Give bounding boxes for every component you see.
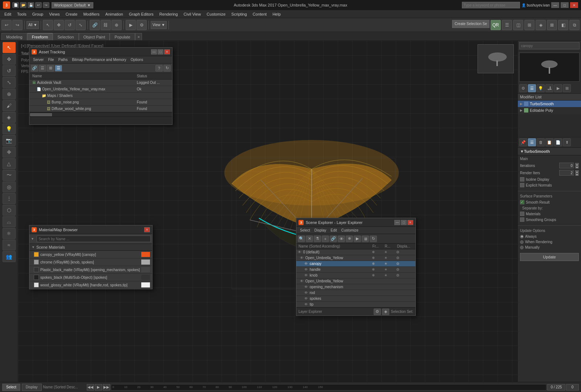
sidebar-geometry-icon[interactable]: △ [3,158,16,169]
asset-menu-bitmap[interactable]: Bitmap Performance and Memory [70,56,129,64]
toolbar-icon-5[interactable]: ⊠ [547,20,557,30]
new-btn[interactable]: 📄 [12,2,19,8]
asset-tracking-title-bar[interactable]: 3 Asset Tracking — □ ✕ [29,48,172,56]
tab-more[interactable]: » [135,33,142,40]
mat-close-btn[interactable]: ✕ [144,227,150,232]
scene-minimize-btn[interactable]: — [394,220,400,225]
sidebar-dynamics-icon[interactable]: ⚛ [3,228,16,239]
scene-render-btn[interactable]: ▶ [354,236,361,242]
mat-section-header[interactable]: ▼ Scene Materials [29,244,152,251]
mat-item-wood[interactable]: wood_glossy_white (VRayMtl) [handle,rod,… [29,281,152,289]
asset-menu-paths[interactable]: Paths [56,56,70,64]
toolbar-icon-7[interactable]: ⧉ [569,20,580,30]
qr-btn[interactable]: QR [491,20,501,30]
scale-btn[interactable]: ⤡ [76,20,86,30]
maximize-btn[interactable]: □ [561,2,569,8]
mod-copy-icon[interactable]: 📋 [545,138,553,146]
mod-paste-icon[interactable]: 📄 [554,138,562,146]
select-btn[interactable]: ↖ [43,20,53,30]
menu-rendering[interactable]: Rendering [157,10,181,18]
table-row[interactable]: 👁 Open_Umbrella_Yellow [296,278,415,284]
table-row[interactable]: 👁 tip [296,302,415,307]
spinner-down[interactable]: ▼ [575,166,579,168]
ts-smooth-result-checkbox[interactable]: ✓ [520,200,524,204]
mod-list-icon[interactable]: ☰ [528,138,536,146]
redo-btn[interactable]: ↪ [43,2,49,8]
toolbar-icon-4[interactable]: ◈ [536,20,546,30]
sidebar-scale-icon[interactable]: ⤡ [3,77,16,88]
sidebar-compound-icon[interactable]: ◎ [3,181,16,192]
scene-refresh-btn[interactable]: ↻ [370,236,377,242]
toolbar-icon-6[interactable]: ◧ [558,20,568,30]
ts-update-button[interactable]: Update [520,253,579,261]
sidebar-material-icon[interactable]: ◈ [3,112,16,123]
sidebar-rotate-icon[interactable]: ↺ [3,65,16,76]
table-row[interactable]: 📄Open_Umbrella_Yellow_max_vray.max Ok [29,86,172,93]
table-row[interactable]: 🖼Bump_noise.png Found [29,99,172,106]
right-search-input[interactable] [519,42,580,49]
unlink-btn[interactable]: ⛓ [101,20,111,30]
table-row[interactable]: 👁 spokes [296,296,415,302]
menu-help[interactable]: Help [269,10,284,18]
mat-search-input[interactable] [37,236,151,242]
menu-animation[interactable]: Animation [102,10,126,18]
menu-modifiers[interactable]: Modifiers [80,10,102,18]
sidebar-move-icon[interactable]: ✥ [3,54,16,65]
toolbar-icon-3[interactable]: ⊞ [524,20,535,30]
render-settings-btn[interactable]: ⚙ [137,20,147,30]
scene-freeze-btn[interactable]: ❄ [346,236,353,242]
menu-scripting[interactable]: Scripting [228,10,250,18]
workspace-dropdown[interactable]: Workspace: Default ▼ [52,2,93,8]
render-btn[interactable]: ▶ [126,20,136,30]
asset-menu-server[interactable]: Server [31,56,46,64]
menu-group[interactable]: Group [29,10,46,18]
sidebar-crowd-icon[interactable]: 👥 [3,251,16,262]
ts-header[interactable]: ▼ TurboSmooth [518,148,581,155]
rotate-btn[interactable]: ↺ [65,20,75,30]
tl-prev-btn[interactable]: ◀◀ [87,384,94,391]
ts-explicit-normals-checkbox[interactable] [520,183,524,187]
table-row[interactable]: 👁 handle ❄ ☀ ⚙ [296,267,415,273]
toolbar-icon-1[interactable]: ☰ [502,20,512,30]
asset-tool-2[interactable]: ☰ [39,65,46,72]
menu-views[interactable]: Views [46,10,62,18]
ts-iterations-spinner[interactable]: ▲ ▼ [575,163,579,168]
menu-create[interactable]: Create [62,10,80,18]
ts-render-iters-input[interactable] [559,170,574,176]
material-browser-title-bar[interactable]: 3 Material/Map Browser ✕ [29,225,152,234]
rp-icon-6[interactable]: ⊞ [563,84,571,92]
snap-btn[interactable]: ⊕ [111,20,122,30]
tab-object-paint[interactable]: Object Paint [79,33,110,40]
sidebar-nurbs-icon[interactable]: ⌓ [3,216,16,227]
selection-filter-dropdown[interactable]: All ▼ [27,21,39,29]
sidebar-patch-icon[interactable]: ⬡ [3,205,16,216]
tl-play-btn[interactable]: ▶ [95,384,102,391]
ts-materials-checkbox[interactable] [520,212,524,216]
modifier-editable-poly[interactable]: ▶ Editable Poly [518,107,581,114]
undo-btn[interactable]: ↩ [35,2,42,8]
rp-icon-1[interactable]: ⚙ [519,84,527,92]
undo-tool-btn[interactable]: ↩ [1,20,12,30]
rp-icon-3[interactable]: 💡 [537,84,545,92]
menu-content[interactable]: Content [250,10,270,18]
ts-manually-radio[interactable] [520,246,524,249]
tl-next-btn[interactable]: ▶▶ [103,384,110,391]
menu-edit[interactable]: Edit [1,10,14,18]
tab-freeform[interactable]: Freeform [27,33,53,40]
scene-link-btn[interactable]: 🔗 [330,236,337,242]
scene-search-btn[interactable]: 🔍 [298,236,305,242]
asset-tool-1[interactable]: 🔗 [31,65,38,72]
scene-explorer-title-bar[interactable]: 3 Scene Explorer - Layer Explorer — □ ✕ [296,218,415,227]
mat-item-canopy[interactable]: canopy_yellow (VRayMtl) [canopy] [29,251,152,258]
ts-isoline-checkbox[interactable] [520,177,524,181]
ts-when-rendering-radio[interactable] [520,240,524,244]
spinner-up[interactable]: ▲ [575,163,579,166]
sidebar-particles-icon[interactable]: ⋮ [3,193,16,204]
table-row[interactable]: 👁 0 (default) ❄ ☀ ⚙ [296,249,415,255]
tl-frame-input[interactable] [566,384,579,391]
asset-maximize-btn[interactable]: □ [158,49,163,54]
sidebar-camera-icon[interactable]: 📷 [3,135,16,146]
mod-pin-icon[interactable]: 📌 [519,138,527,146]
tab-modeling[interactable]: Modeling [1,33,27,40]
asset-menu-options[interactable]: Options [129,56,145,64]
